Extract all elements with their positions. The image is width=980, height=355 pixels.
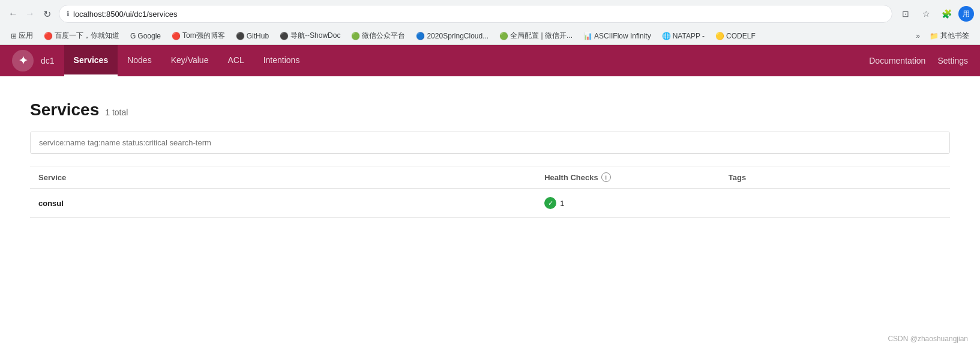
nav-link-intentions[interactable]: Intentions bbox=[254, 45, 310, 76]
bookmark-showdoc[interactable]: ⚫ 导航--ShowDoc bbox=[275, 29, 345, 42]
col-tags: Tags bbox=[720, 166, 950, 189]
search-container[interactable] bbox=[30, 132, 950, 154]
nav-documentation-link[interactable]: Documentation bbox=[869, 56, 925, 65]
nav-link-keyvalue[interactable]: Key/Value bbox=[161, 45, 218, 76]
browser-chrome: ← → ↻ ℹ localhost:8500/ui/dc1/services ⊡… bbox=[0, 0, 980, 45]
dc-label[interactable]: dc1 bbox=[41, 56, 55, 65]
health-passing-count: 1 bbox=[560, 199, 564, 208]
bookmark-asciiflow[interactable]: 📊 ASCIIFlow Infinity bbox=[579, 31, 656, 41]
bookmark-quanju[interactable]: 🟢 全局配置 | 微信开... bbox=[495, 29, 577, 42]
nav-link-services[interactable]: Services bbox=[64, 45, 118, 76]
wechat-icon: 🟢 bbox=[351, 32, 360, 40]
nav-settings-link[interactable]: Settings bbox=[937, 56, 968, 65]
bookmarks-more[interactable]: » bbox=[912, 31, 924, 41]
asciiflow-icon: 📊 bbox=[583, 32, 592, 40]
bookmark-codelf[interactable]: 🟡 CODELF bbox=[711, 31, 760, 41]
table-body: consul ✓ 1 bbox=[30, 189, 950, 218]
codelf-icon: 🟡 bbox=[715, 32, 724, 40]
back-button[interactable]: ← bbox=[6, 7, 20, 21]
user-avatar[interactable]: 用 bbox=[958, 6, 974, 22]
screen-cast-button[interactable]: ⊡ bbox=[897, 5, 914, 22]
bookmark-google[interactable]: G Google bbox=[125, 31, 166, 41]
main-content: Services 1 total Service Health Checks i… bbox=[0, 76, 980, 242]
natapp-icon: 🌐 bbox=[662, 32, 671, 40]
title-row: Services 1 total bbox=[30, 100, 950, 120]
google-icon: G bbox=[130, 32, 136, 40]
secure-icon: ℹ bbox=[67, 10, 70, 18]
bookmark-button[interactable]: ☆ bbox=[918, 5, 934, 22]
bookmark-springcloud[interactable]: 🔵 2020SpringCloud... bbox=[411, 31, 493, 41]
other-icon: 📁 bbox=[930, 32, 939, 40]
url-text: localhost:8500/ui/dc1/services bbox=[73, 10, 885, 19]
consul-logo[interactable]: ✦ bbox=[12, 50, 34, 71]
service-name: consul bbox=[38, 199, 64, 208]
address-bar[interactable]: ℹ localhost:8500/ui/dc1/services bbox=[59, 5, 892, 23]
col-health-checks: Health Checks i bbox=[536, 166, 720, 189]
github-icon: ⚫ bbox=[236, 32, 245, 40]
nav-link-nodes[interactable]: Nodes bbox=[118, 45, 161, 76]
health-passing-icon: ✓ bbox=[544, 197, 556, 209]
reload-button[interactable]: ↻ bbox=[40, 7, 54, 21]
nav-link-acl[interactable]: ACL bbox=[218, 45, 253, 76]
springcloud-icon: 🔵 bbox=[416, 32, 425, 40]
bookmark-baidu[interactable]: 🔴 百度一下，你就知道 bbox=[39, 29, 124, 42]
service-name-cell: consul bbox=[30, 189, 536, 218]
bookmark-wechat[interactable]: 🟢 微信公众平台 bbox=[346, 29, 410, 42]
health-checks-info-icon[interactable]: i bbox=[601, 172, 611, 182]
tom-icon: 🔴 bbox=[172, 32, 181, 40]
forward-button[interactable]: → bbox=[23, 7, 37, 21]
bookmark-other[interactable]: 📁 其他书签 bbox=[925, 29, 974, 42]
nav-right-links: Documentation Settings bbox=[869, 56, 968, 65]
nav-links: Services Nodes Key/Value ACL Intentions bbox=[64, 45, 870, 76]
consul-logo-icon: ✦ bbox=[19, 54, 28, 67]
consul-navbar: ✦ dc1 Services Nodes Key/Value ACL Inten… bbox=[0, 45, 980, 76]
bookmark-github[interactable]: ⚫ GitHub bbox=[231, 31, 274, 41]
health-check-cell: ✓ 1 bbox=[536, 189, 720, 218]
bookmarks-bar: ⊞ 应用 🔴 百度一下，你就知道 G Google 🔴 Tom强的博客 ⚫ Gi… bbox=[0, 28, 980, 44]
table-header: Service Health Checks i Tags bbox=[30, 166, 950, 189]
extensions-button[interactable]: 🧩 bbox=[938, 5, 955, 22]
bookmark-natapp[interactable]: 🌐 NATAPP - bbox=[657, 31, 709, 41]
page-subtitle: 1 total bbox=[105, 108, 128, 117]
showdoc-icon: ⚫ bbox=[280, 32, 289, 40]
tags-cell bbox=[720, 189, 950, 218]
table-row[interactable]: consul ✓ 1 bbox=[30, 189, 950, 218]
bookmark-apps[interactable]: ⊞ 应用 bbox=[6, 29, 38, 42]
toolbar-right: ⊡ ☆ 🧩 用 bbox=[897, 5, 974, 22]
quanju-icon: 🟢 bbox=[499, 32, 508, 40]
nav-buttons: ← → ↻ bbox=[6, 7, 54, 21]
bookmark-tom[interactable]: 🔴 Tom强的博客 bbox=[167, 29, 230, 42]
page-title: Services bbox=[30, 100, 99, 120]
col-service: Service bbox=[30, 166, 536, 189]
services-table: Service Health Checks i Tags consul ✓ bbox=[30, 166, 950, 218]
search-input[interactable] bbox=[31, 132, 949, 153]
baidu-icon: 🔴 bbox=[44, 32, 53, 40]
browser-toolbar: ← → ↻ ℹ localhost:8500/ui/dc1/services ⊡… bbox=[0, 0, 980, 28]
apps-icon: ⊞ bbox=[11, 32, 17, 40]
